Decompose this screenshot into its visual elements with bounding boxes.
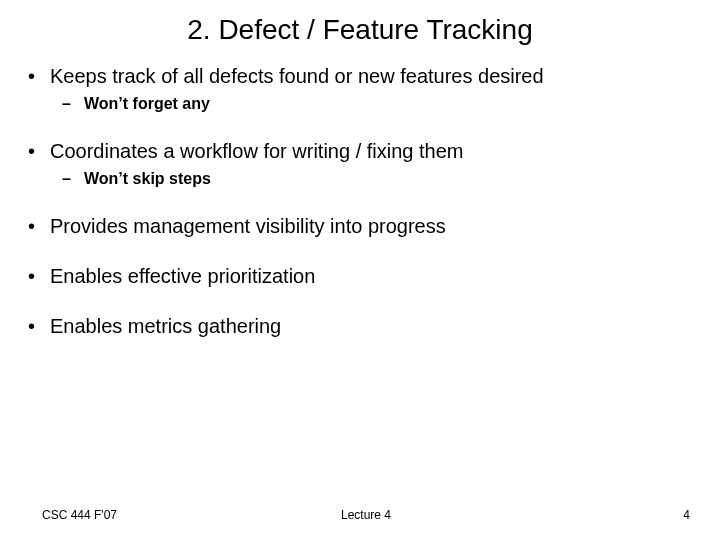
sub-list-item: – Won’t forget any [28, 94, 692, 113]
list-item: • Coordinates a workflow for writing / f… [28, 139, 692, 188]
bullet-text: Coordinates a workflow for writing / fix… [50, 139, 464, 163]
bullet-icon: • [28, 316, 50, 336]
bullet-icon: • [28, 141, 50, 161]
bullet-text: Enables metrics gathering [50, 314, 281, 338]
bullet-list: • Keeps track of all defects found or ne… [28, 64, 692, 338]
sub-bullet-text: Won’t skip steps [84, 169, 211, 188]
bullet-icon: • [28, 266, 50, 286]
list-item: • Keeps track of all defects found or ne… [28, 64, 692, 113]
sub-bullet-text: Won’t forget any [84, 94, 210, 113]
list-item: • Enables metrics gathering [28, 314, 692, 338]
bullet-text: Keeps track of all defects found or new … [50, 64, 544, 88]
list-item: • Provides management visibility into pr… [28, 214, 692, 238]
dash-icon: – [62, 171, 84, 187]
bullet-icon: • [28, 216, 50, 236]
footer-center: Lecture 4 [258, 508, 474, 522]
bullet-icon: • [28, 66, 50, 86]
slide-footer: CSC 444 F'07 Lecture 4 4 [0, 508, 720, 522]
slide-body: • Keeps track of all defects found or ne… [0, 46, 720, 338]
bullet-text: Provides management visibility into prog… [50, 214, 446, 238]
bullet-text: Enables effective prioritization [50, 264, 315, 288]
slide: 2. Defect / Feature Tracking • Keeps tra… [0, 0, 720, 540]
footer-left: CSC 444 F'07 [0, 508, 258, 522]
footer-right: 4 [474, 508, 720, 522]
dash-icon: – [62, 96, 84, 112]
slide-title: 2. Defect / Feature Tracking [0, 0, 720, 46]
list-item: • Enables effective prioritization [28, 264, 692, 288]
sub-list-item: – Won’t skip steps [28, 169, 692, 188]
